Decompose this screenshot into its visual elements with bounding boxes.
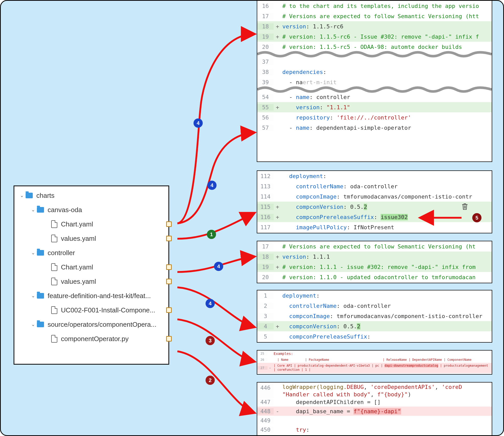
file-icon [51, 220, 57, 228]
folder-icon [37, 207, 44, 213]
step-badge-4: 4 [194, 118, 203, 128]
tree-file-valuesyaml-1[interactable]: · values.yaml [14, 231, 168, 246]
tree-label: controller [48, 249, 168, 257]
chevron-down-icon: ⌄ [30, 207, 36, 213]
folder-icon [37, 293, 44, 299]
folder-icon [37, 250, 44, 256]
step-badge-4: 4 [214, 262, 223, 271]
step-badge-1: 1 [207, 230, 216, 239]
diff-panel-component-operator: 446 logWrapper(logging.DEBUG, 'coreDepen… [257, 382, 492, 436]
tree-file-componentoperator[interactable]: · componentOperator.py [14, 332, 168, 346]
tree-label: UC002-F001-Install-Compone... [61, 306, 168, 314]
code-comment: # Versions are expected to follow Semant… [282, 13, 479, 19]
chevron-down-icon: ⌄ [30, 322, 36, 327]
chevron-down-icon: ⌄ [19, 193, 25, 198]
tree-label: Chart.yaml [61, 220, 168, 228]
file-icon [51, 263, 57, 271]
tree-file-valuesyaml-2[interactable]: · values.yaml [14, 274, 168, 289]
modified-icon [166, 264, 172, 270]
file-tree: ⌄ charts ⌄ canvas-oda · Chart.yaml · val… [14, 186, 169, 365]
trash-icon [462, 203, 468, 211]
diff-panel-controller-chart: 17# Versions are expected to follow Sema… [257, 241, 492, 283]
diff-panel-canvas-oda-chart: 16# to the chart and its templates, incl… [257, 1, 492, 162]
tree-label: componentOperator.py [61, 335, 168, 343]
modified-icon [166, 336, 172, 342]
step-badge-5: 5 [472, 213, 481, 222]
torn-separator [257, 52, 492, 57]
diagram-canvas: ⌄ charts ⌄ canvas-oda · Chart.yaml · val… [0, 0, 504, 436]
modified-icon [166, 307, 172, 313]
folder-icon [37, 322, 44, 327]
file-icon [51, 278, 57, 285]
tree-label: canvas-oda [48, 206, 168, 214]
step-badge-4: 4 [206, 299, 215, 308]
tree-label: charts [36, 192, 168, 200]
chevron-down-icon: ⌄ [30, 293, 36, 299]
tree-label: Chart.yaml [61, 263, 168, 271]
file-icon [51, 335, 57, 343]
diff-panel-controller-values: 1deployment: 2 controllerName: oda-contr… [257, 290, 492, 343]
modified-icon [166, 279, 172, 284]
tree-label: values.yaml [61, 235, 168, 243]
folder-icon [26, 193, 33, 198]
tree-label: feature-definition-and-test-kit/feat... [48, 292, 168, 300]
tree-folder-charts[interactable]: ⌄ charts [14, 188, 168, 203]
torn-separator [257, 87, 492, 92]
code-comment: # to the chart and its templates, includ… [282, 3, 479, 9]
tree-folder-source-ops[interactable]: ⌄ source/operators/componentOpera... [14, 317, 168, 332]
tree-file-uc002[interactable]: · UC002-F001-Install-Compone... [14, 303, 168, 317]
modified-icon [166, 236, 172, 241]
step-badge-4: 4 [207, 181, 217, 190]
tree-file-chartyaml-1[interactable]: · Chart.yaml [14, 217, 168, 231]
diff-panel-feature-test: 25Examples: 26 | Name | PackageName | Re… [257, 350, 492, 375]
file-icon [51, 235, 57, 242]
file-icon [51, 306, 57, 314]
tree-label: source/operators/componentOpera... [48, 321, 168, 329]
tree-folder-canvas-oda[interactable]: ⌄ canvas-oda [14, 203, 168, 217]
step-badge-3: 3 [206, 336, 215, 345]
chevron-down-icon: ⌄ [30, 250, 36, 256]
tree-folder-feature-kit[interactable]: ⌄ feature-definition-and-test-kit/feat..… [14, 289, 168, 303]
tree-file-chartyaml-2[interactable]: · Chart.yaml [14, 260, 168, 274]
modified-icon [166, 221, 172, 227]
step-badge-2: 2 [206, 376, 215, 385]
tree-folder-controller[interactable]: ⌄ controller [14, 246, 168, 260]
tree-label: values.yaml [61, 278, 168, 286]
diff-panel-canvas-oda-values: 112 deployment: 113 controllerName: oda-… [257, 170, 492, 233]
